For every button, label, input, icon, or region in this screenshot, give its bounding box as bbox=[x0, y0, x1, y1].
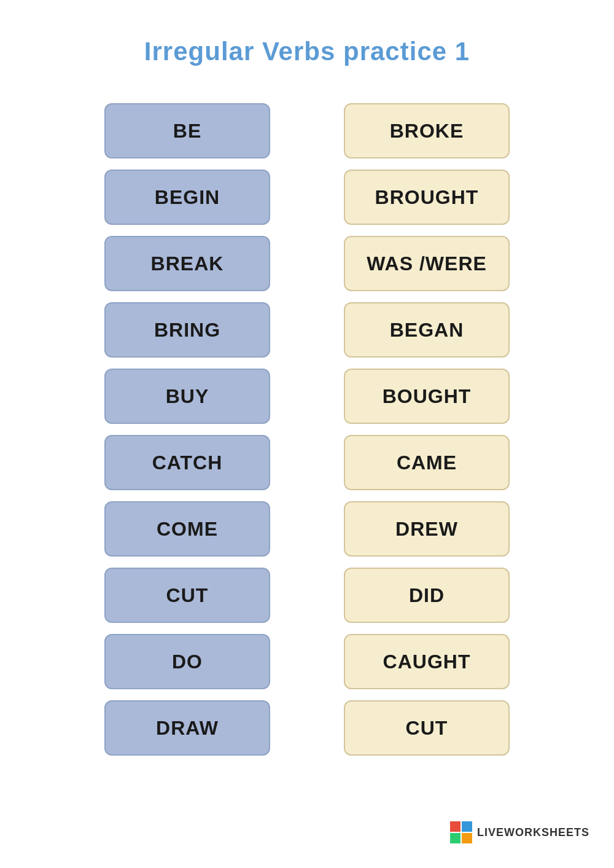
right-verb-card[interactable]: BROKE bbox=[344, 103, 510, 158]
left-verb-card[interactable]: CUT bbox=[104, 568, 270, 623]
left-verb-card[interactable]: BEGIN bbox=[104, 170, 270, 225]
right-column: BROKEBROUGHTWAS /WEREBEGANBOUGHTCAMEDREW… bbox=[344, 103, 510, 756]
right-verb-card[interactable]: CAUGHT bbox=[344, 634, 510, 689]
svg-rect-0 bbox=[450, 821, 460, 832]
right-verb-card[interactable]: CUT bbox=[344, 700, 510, 756]
left-verb-card[interactable]: BUY bbox=[104, 369, 270, 424]
left-verb-card[interactable]: BREAK bbox=[104, 236, 270, 291]
left-verb-card[interactable]: COME bbox=[104, 501, 270, 557]
logo: LIVEWORKSHEETS bbox=[450, 821, 589, 843]
left-verb-card[interactable]: BE bbox=[104, 103, 270, 158]
right-verb-card[interactable]: DID bbox=[344, 568, 510, 623]
svg-rect-3 bbox=[462, 833, 472, 843]
right-verb-card[interactable]: BOUGHT bbox=[344, 369, 510, 424]
left-verb-card[interactable]: DRAW bbox=[104, 700, 270, 756]
liveworksheets-logo-icon bbox=[450, 821, 472, 843]
left-verb-card[interactable]: CATCH bbox=[104, 435, 270, 490]
right-verb-card[interactable]: WAS /WERE bbox=[344, 236, 510, 291]
left-verb-card[interactable]: BRING bbox=[104, 302, 270, 358]
left-verb-card[interactable]: DO bbox=[104, 634, 270, 689]
verb-columns: BEBEGINBREAKBRINGBUYCATCHCOMECUTDODRAW B… bbox=[25, 103, 589, 756]
svg-rect-1 bbox=[462, 821, 472, 832]
page-title: Irregular Verbs practice 1 bbox=[144, 37, 470, 66]
right-verb-card[interactable]: BEGAN bbox=[344, 302, 510, 358]
left-column: BEBEGINBREAKBRINGBUYCATCHCOMECUTDODRAW bbox=[104, 103, 270, 756]
right-verb-card[interactable]: DREW bbox=[344, 501, 510, 557]
logo-text: LIVEWORKSHEETS bbox=[477, 826, 589, 839]
right-verb-card[interactable]: BROUGHT bbox=[344, 170, 510, 225]
svg-rect-2 bbox=[450, 833, 460, 843]
footer: LIVEWORKSHEETS bbox=[25, 797, 589, 843]
right-verb-card[interactable]: CAME bbox=[344, 435, 510, 490]
